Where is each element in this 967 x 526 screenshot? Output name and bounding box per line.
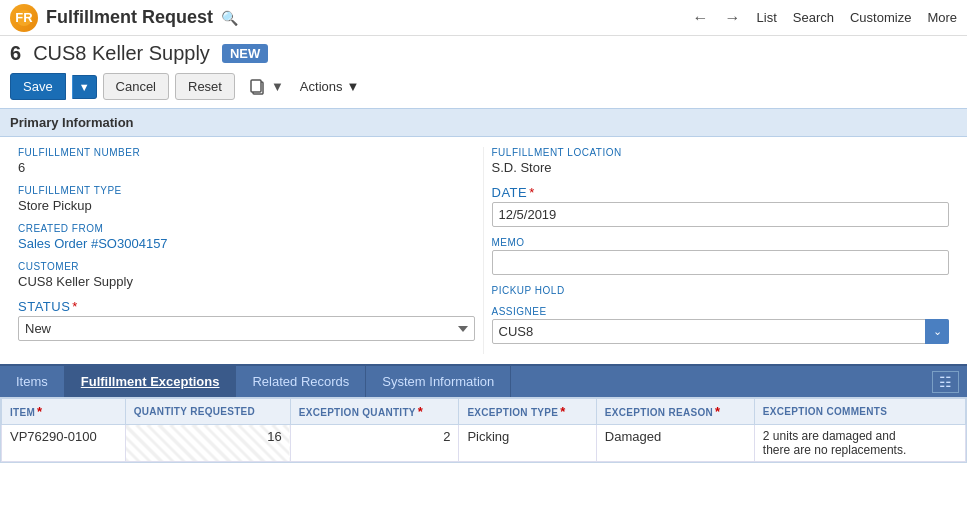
fulfillment-location-field: FULFILLMENT LOCATION S.D. Store <box>492 147 950 175</box>
tabs-bar: Items Fulfillment Exceptions Related Rec… <box>0 364 967 397</box>
tab-right: ☷ <box>924 367 967 397</box>
record-name: CUS8 Keller Supply <box>33 42 210 65</box>
status-select[interactable]: New Pending Completed <box>18 316 475 341</box>
col-exception-reason: EXCEPTION REASON* <box>596 399 754 425</box>
cell-item: VP76290-0100 <box>2 425 126 462</box>
exceptions-table: ITEM* QUANTITY REQUESTED EXCEPTION QUANT… <box>1 398 966 462</box>
save-button[interactable]: Save <box>10 73 66 100</box>
col-exception-qty: EXCEPTION QUANTITY* <box>290 399 459 425</box>
tab-related-records[interactable]: Related Records <box>236 366 366 397</box>
date-label: DATE* <box>492 185 950 200</box>
created-from-field: CREATED FROM Sales Order #SO3004157 <box>18 223 475 251</box>
assignee-dropdown-arrow[interactable]: ⌄ <box>925 319 949 344</box>
nav-right: ← → List Search Customize More <box>693 9 957 27</box>
col-item: ITEM* <box>2 399 126 425</box>
collapse-button[interactable]: ☷ <box>932 371 959 393</box>
record-header: 6 CUS8 Keller Supply NEW <box>0 36 967 69</box>
copy-button[interactable]: ▼ <box>241 74 292 100</box>
status-select-wrapper: New Pending Completed <box>18 316 475 341</box>
nav-more-link[interactable]: More <box>927 10 957 25</box>
record-id: 6 <box>10 42 21 65</box>
fulfillment-number-value: 6 <box>18 160 475 175</box>
svg-text:FR: FR <box>15 10 33 25</box>
fulfillment-type-label: FULFILLMENT TYPE <box>18 185 475 196</box>
memo-field: MEMO <box>492 237 950 275</box>
form-body: FULFILLMENT NUMBER 6 FULFILLMENT TYPE St… <box>0 137 967 364</box>
fulfillment-type-field: FULFILLMENT TYPE Store Pickup <box>18 185 475 213</box>
table-header-row: ITEM* QUANTITY REQUESTED EXCEPTION QUANT… <box>2 399 966 425</box>
status-label: STATUS* <box>18 299 475 314</box>
col-qty-requested: QUANTITY REQUESTED <box>125 399 290 425</box>
col-exception-type: EXCEPTION TYPE* <box>459 399 596 425</box>
table-wrapper: ITEM* QUANTITY REQUESTED EXCEPTION QUANT… <box>0 397 967 463</box>
status-field: STATUS* New Pending Completed <box>18 299 475 341</box>
status-badge: NEW <box>222 44 268 63</box>
nav-list-link[interactable]: List <box>757 10 777 25</box>
actions-button[interactable]: Actions ▼ <box>298 75 362 98</box>
pickup-hold-label: PICKUP HOLD <box>492 285 950 296</box>
created-from-link[interactable]: Sales Order #SO3004157 <box>18 236 168 251</box>
created-from-label: CREATED FROM <box>18 223 475 234</box>
reset-button[interactable]: Reset <box>175 73 235 100</box>
fulfillment-number-field: FULFILLMENT NUMBER 6 <box>18 147 475 175</box>
back-arrow[interactable]: ← <box>693 9 709 27</box>
assignee-label: ASSIGNEE <box>492 306 950 317</box>
assignee-field: ASSIGNEE CUS8 ⌄ <box>492 306 950 344</box>
actions-label: Actions <box>300 79 343 94</box>
cancel-button[interactable]: Cancel <box>103 73 169 100</box>
form-left: FULFILLMENT NUMBER 6 FULFILLMENT TYPE St… <box>10 147 484 354</box>
primary-info-header: Primary Information <box>0 108 967 137</box>
tab-items[interactable]: Items <box>0 366 65 397</box>
save-dropdown-button[interactable]: ▼ <box>72 75 97 99</box>
nav-left: FR Fulfillment Request 🔍 <box>10 4 693 32</box>
page-title-nav: Fulfillment Request <box>46 7 213 28</box>
memo-label: MEMO <box>492 237 950 248</box>
svg-rect-3 <box>251 80 261 92</box>
forward-arrow[interactable]: → <box>725 9 741 27</box>
top-nav: FR Fulfillment Request 🔍 ← → List Search… <box>0 0 967 36</box>
nav-customize-link[interactable]: Customize <box>850 10 911 25</box>
table-row: VP76290-0100 16 2 Picking Damaged 2 unit… <box>2 425 966 462</box>
col-exception-comments: EXCEPTION COMMENTS <box>754 399 965 425</box>
assignee-select[interactable]: CUS8 <box>492 319 950 344</box>
copy-dropdown-arrow: ▼ <box>271 79 284 94</box>
pickup-hold-field: PICKUP HOLD <box>492 285 950 296</box>
copy-icon <box>249 78 267 96</box>
date-field: DATE* <box>492 185 950 227</box>
cell-exception-type: Picking <box>459 425 596 462</box>
form-right: FULFILLMENT LOCATION S.D. Store DATE* ME… <box>484 147 958 354</box>
date-input[interactable] <box>492 202 950 227</box>
fulfillment-type-value: Store Pickup <box>18 198 475 213</box>
cell-exception-comments: 2 units are damaged and there are no rep… <box>754 425 965 462</box>
fulfillment-location-value: S.D. Store <box>492 160 950 175</box>
customer-label: CUSTOMER <box>18 261 475 272</box>
customer-field: CUSTOMER CUS8 Keller Supply <box>18 261 475 289</box>
memo-input[interactable] <box>492 250 950 275</box>
actions-dropdown-arrow: ▼ <box>346 79 359 94</box>
cell-exception-qty: 2 <box>290 425 459 462</box>
cell-qty-requested: 16 <box>125 425 290 462</box>
tab-system-information[interactable]: System Information <box>366 366 511 397</box>
search-icon[interactable]: 🔍 <box>221 10 238 26</box>
fulfillment-number-label: FULFILLMENT NUMBER <box>18 147 475 158</box>
app-icon: FR <box>10 4 38 32</box>
cell-exception-reason: Damaged <box>596 425 754 462</box>
assignee-select-wrapper: CUS8 ⌄ <box>492 319 950 344</box>
customer-value: CUS8 Keller Supply <box>18 274 475 289</box>
tab-fulfillment-exceptions[interactable]: Fulfillment Exceptions <box>65 366 237 397</box>
toolbar: Save ▼ Cancel Reset ▼ Actions ▼ <box>0 69 967 108</box>
nav-search-link[interactable]: Search <box>793 10 834 25</box>
fulfillment-location-label: FULFILLMENT LOCATION <box>492 147 950 158</box>
